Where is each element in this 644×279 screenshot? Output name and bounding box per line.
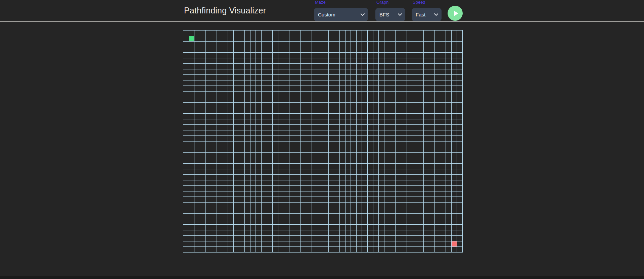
grid-cell[interactable] xyxy=(295,169,301,175)
grid-cell[interactable] xyxy=(217,52,222,58)
grid-cell[interactable] xyxy=(306,191,312,197)
grid-cell[interactable] xyxy=(250,63,256,69)
grid-cell[interactable] xyxy=(323,147,328,153)
grid-cell[interactable] xyxy=(233,63,239,69)
grid-cell[interactable] xyxy=(222,163,228,169)
grid-cell[interactable] xyxy=(367,191,373,197)
grid-cell[interactable] xyxy=(373,141,379,147)
grid-cell[interactable] xyxy=(401,174,407,180)
grid-cell[interactable] xyxy=(272,80,278,86)
grid-cell[interactable] xyxy=(401,230,407,236)
grid-cell[interactable] xyxy=(300,113,306,119)
grid-cell[interactable] xyxy=(429,41,434,47)
grid-cell[interactable] xyxy=(205,152,211,158)
grid-cell[interactable] xyxy=(267,130,273,136)
grid-cell[interactable] xyxy=(284,152,289,158)
grid-cell[interactable] xyxy=(351,197,356,202)
grid-cell[interactable] xyxy=(284,36,289,42)
grid-cell[interactable] xyxy=(233,241,239,247)
grid-cell[interactable] xyxy=(244,119,250,125)
grid-cell[interactable] xyxy=(284,74,289,80)
grid-cell[interactable] xyxy=(390,91,396,97)
grid-cell[interactable] xyxy=(323,208,328,214)
grid-cell[interactable] xyxy=(457,41,462,47)
grid-cell[interactable] xyxy=(233,41,239,47)
grid-cell[interactable] xyxy=(289,169,295,175)
grid-cell[interactable] xyxy=(239,30,244,36)
grid-cell[interactable] xyxy=(328,180,334,186)
grid-cell[interactable] xyxy=(351,52,356,58)
grid-cell[interactable] xyxy=(323,58,328,64)
grid-cell[interactable] xyxy=(395,74,401,80)
grid-cell[interactable] xyxy=(295,80,301,86)
grid-cell[interactable] xyxy=(317,124,323,130)
grid-cell[interactable] xyxy=(300,108,306,114)
grid-cell[interactable] xyxy=(446,58,451,64)
grid-cell[interactable] xyxy=(384,69,390,75)
grid-cell[interactable] xyxy=(345,163,351,169)
grid-cell[interactable] xyxy=(328,191,334,197)
grid-cell[interactable] xyxy=(384,213,390,219)
grid-cell[interactable] xyxy=(423,102,429,108)
grid-cell[interactable] xyxy=(446,108,451,114)
grid-cell[interactable] xyxy=(272,235,278,241)
grid-cell[interactable] xyxy=(300,241,306,247)
grid-cell[interactable] xyxy=(317,158,323,164)
grid-cell[interactable] xyxy=(200,63,205,69)
grid-cell[interactable] xyxy=(378,80,384,86)
grid-cell[interactable] xyxy=(295,86,301,91)
grid-cell[interactable] xyxy=(261,74,267,80)
grid-cell[interactable] xyxy=(446,80,451,86)
grid-cell[interactable] xyxy=(378,47,384,53)
grid-cell[interactable] xyxy=(261,108,267,114)
grid-cell[interactable] xyxy=(306,213,312,219)
grid-cell[interactable] xyxy=(278,197,284,202)
grid-cell[interactable] xyxy=(272,97,278,103)
grid-cell[interactable] xyxy=(351,119,356,125)
grid-cell[interactable] xyxy=(384,202,390,208)
grid-cell[interactable] xyxy=(378,113,384,119)
grid-cell[interactable] xyxy=(267,224,273,230)
grid-cell[interactable] xyxy=(267,163,273,169)
grid-cell[interactable] xyxy=(401,97,407,103)
grid-cell[interactable] xyxy=(250,219,256,225)
grid-cell[interactable] xyxy=(205,169,211,175)
grid-cell[interactable] xyxy=(250,163,256,169)
grid-cell[interactable] xyxy=(384,158,390,164)
grid-cell[interactable] xyxy=(339,30,345,36)
grid-cell[interactable] xyxy=(440,119,446,125)
grid-cell[interactable] xyxy=(328,113,334,119)
grid-cell[interactable] xyxy=(429,108,434,114)
grid-cell[interactable] xyxy=(351,185,356,191)
grid-cell[interactable] xyxy=(457,124,462,130)
grid-cell[interactable] xyxy=(261,130,267,136)
grid-cell[interactable] xyxy=(205,246,211,252)
grid-cell[interactable] xyxy=(205,241,211,247)
grid-cell[interactable] xyxy=(228,169,233,175)
grid-cell[interactable] xyxy=(395,58,401,64)
grid-cell[interactable] xyxy=(306,197,312,202)
grid-cell[interactable] xyxy=(183,208,189,214)
grid-cell[interactable] xyxy=(272,241,278,247)
grid-cell[interactable] xyxy=(446,158,451,164)
grid-cell[interactable] xyxy=(446,135,451,141)
grid-cell[interactable] xyxy=(200,119,205,125)
grid-cell[interactable] xyxy=(457,102,462,108)
grid-cell[interactable] xyxy=(211,80,217,86)
grid-cell[interactable] xyxy=(312,86,317,91)
grid-cell[interactable] xyxy=(189,163,194,169)
grid-cell[interactable] xyxy=(205,202,211,208)
grid-cell[interactable] xyxy=(351,102,356,108)
grid-cell[interactable] xyxy=(306,152,312,158)
grid-cell[interactable] xyxy=(244,47,250,53)
grid-cell[interactable] xyxy=(295,36,301,42)
grid-cell[interactable] xyxy=(351,246,356,252)
grid-cell[interactable] xyxy=(256,91,261,97)
grid-cell[interactable] xyxy=(373,58,379,64)
grid-cell[interactable] xyxy=(239,52,244,58)
grid-cell[interactable] xyxy=(423,163,429,169)
grid-cell[interactable] xyxy=(378,191,384,197)
grid-cell[interactable] xyxy=(429,52,434,58)
grid-cell[interactable] xyxy=(339,52,345,58)
grid-cell[interactable] xyxy=(373,213,379,219)
